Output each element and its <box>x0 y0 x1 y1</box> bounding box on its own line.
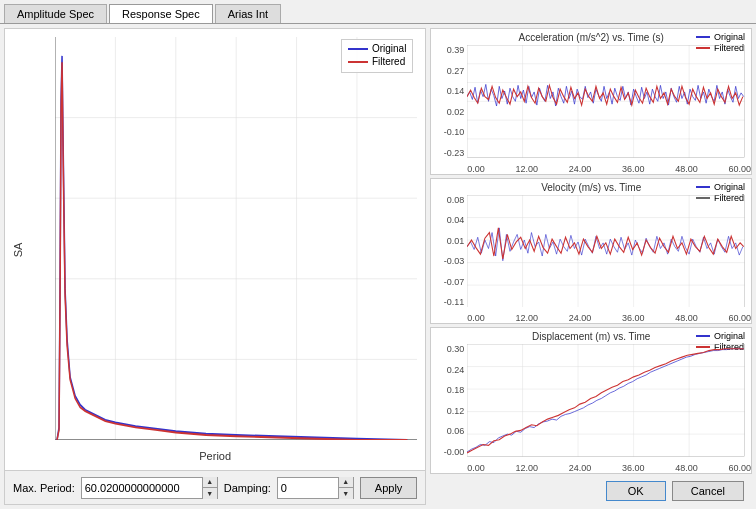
max-period-down[interactable]: ▼ <box>203 488 217 499</box>
cancel-button[interactable]: Cancel <box>672 481 744 501</box>
dialog-footer: OK Cancel <box>430 477 752 505</box>
legend-filtered: Filtered <box>348 56 406 67</box>
damping-up[interactable]: ▲ <box>339 477 353 489</box>
damping-label: Damping: <box>224 482 271 494</box>
acc-legend-original: Original <box>696 32 745 42</box>
max-period-label: Max. Period: <box>13 482 75 494</box>
response-spectrum-chart: SA Period Original Filtered <box>5 29 425 470</box>
max-period-spinner: ▲ ▼ <box>202 477 217 499</box>
velocity-svg <box>467 195 745 308</box>
response-spectrum-svg: 4.08 3.26 2.45 1.63 0.82 0.00 0.04 12.04… <box>55 37 417 440</box>
displacement-chart: Displacement (m) vs. Time Original Filte… <box>430 327 752 474</box>
vel-y-labels: 0.08 0.04 0.01 -0.03 -0.07 -0.11 <box>431 195 467 308</box>
tab-bar: Amplitude Spec Response Spec Arias Int <box>0 0 756 24</box>
apply-button[interactable]: Apply <box>360 477 418 499</box>
max-period-up[interactable]: ▲ <box>203 477 217 489</box>
disp-x-labels: 0.00 12.00 24.00 36.00 48.00 60.00 <box>467 462 751 473</box>
ok-button[interactable]: OK <box>606 481 666 501</box>
right-panel: Acceleration (m/s^2) vs. Time (s) Origin… <box>430 28 752 505</box>
acceleration-chart: Acceleration (m/s^2) vs. Time (s) Origin… <box>430 28 752 175</box>
damping-input-container: ▲ ▼ <box>277 477 354 499</box>
velocity-chart: Velocity (m/s) vs. Time Original Filtere… <box>430 178 752 325</box>
svg-rect-53 <box>467 344 745 457</box>
acc-y-labels: 0.39 0.27 0.14 0.02 -0.10 -0.23 <box>431 45 467 158</box>
legend-original: Original <box>348 43 406 54</box>
bottom-controls: Max. Period: ▲ ▼ Damping: ▲ ▼ Appl <box>5 470 425 504</box>
disp-legend-original: Original <box>696 331 745 341</box>
damping-down[interactable]: ▼ <box>339 488 353 499</box>
x-axis-label: Period <box>199 450 231 462</box>
vel-legend-original: Original <box>696 182 745 192</box>
chart-legend: Original Filtered <box>341 39 413 73</box>
acceleration-svg <box>467 45 745 158</box>
acc-x-labels: 0.00 12.00 24.00 36.00 48.00 60.00 <box>467 163 751 174</box>
tab-amplitude-spec[interactable]: Amplitude Spec <box>4 4 107 23</box>
max-period-input-container: ▲ ▼ <box>81 477 218 499</box>
tab-response-spec[interactable]: Response Spec <box>109 4 213 23</box>
disp-y-labels: 0.30 0.24 0.18 0.12 0.06 -0.00 <box>431 344 467 457</box>
vel-x-labels: 0.00 12.00 24.00 36.00 48.00 60.00 <box>467 312 751 323</box>
content-area: SA Period Original Filtered <box>0 24 756 509</box>
y-axis-label: SA <box>12 242 24 257</box>
damping-spinner: ▲ ▼ <box>338 477 353 499</box>
left-panel: SA Period Original Filtered <box>4 28 426 505</box>
tab-arias-int[interactable]: Arias Int <box>215 4 281 23</box>
max-period-input[interactable] <box>82 478 202 498</box>
displacement-svg <box>467 344 745 457</box>
damping-input[interactable] <box>278 478 338 498</box>
